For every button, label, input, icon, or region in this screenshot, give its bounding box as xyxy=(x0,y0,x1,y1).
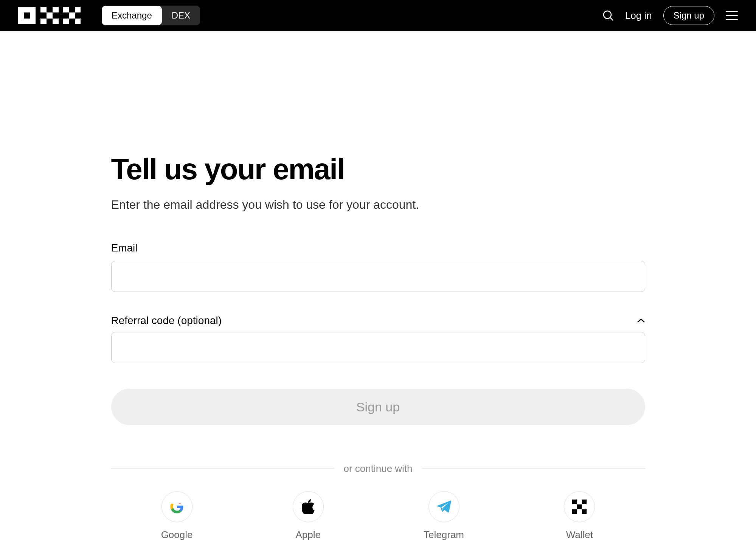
social-telegram-label: Telegram xyxy=(424,529,464,540)
svg-rect-14 xyxy=(572,500,577,504)
google-icon xyxy=(161,491,192,522)
divider: or continue with xyxy=(111,463,645,475)
svg-rect-15 xyxy=(582,500,587,504)
main-content: Tell us your email Enter the email addre… xyxy=(111,31,645,540)
svg-rect-6 xyxy=(53,19,59,24)
signup-submit-button[interactable]: Sign up xyxy=(111,389,645,425)
svg-line-13 xyxy=(610,18,613,20)
apple-icon xyxy=(293,491,324,522)
svg-rect-1 xyxy=(24,12,30,19)
svg-rect-9 xyxy=(69,12,75,19)
svg-rect-10 xyxy=(75,7,81,12)
divider-text: or continue with xyxy=(334,463,421,475)
svg-rect-4 xyxy=(47,12,53,19)
login-link[interactable]: Log in xyxy=(625,10,652,22)
referral-label: Referral code (optional) xyxy=(111,315,222,327)
logo[interactable] xyxy=(18,7,81,24)
svg-rect-2 xyxy=(40,7,47,12)
divider-line-right xyxy=(422,469,645,469)
tab-exchange[interactable]: Exchange xyxy=(102,6,162,25)
svg-rect-8 xyxy=(63,19,69,24)
divider-line-left xyxy=(111,469,335,469)
tab-switcher: Exchange DEX xyxy=(102,6,200,25)
svg-rect-17 xyxy=(572,509,577,514)
page-subtitle: Enter the email address you wish to use … xyxy=(111,198,645,212)
email-label: Email xyxy=(111,242,645,254)
telegram-icon xyxy=(428,491,459,522)
referral-input[interactable] xyxy=(111,332,645,363)
social-apple-label: Apple xyxy=(296,529,321,540)
social-apple-button[interactable]: Apple xyxy=(293,491,324,540)
social-buttons: Google Apple Telegram xyxy=(111,491,645,540)
header-right: Log in Sign up xyxy=(602,6,738,25)
social-wallet-button[interactable]: Wallet xyxy=(564,491,595,540)
chevron-up-icon xyxy=(637,318,645,323)
tab-dex[interactable]: DEX xyxy=(162,6,200,25)
referral-toggle[interactable]: Referral code (optional) xyxy=(111,315,645,327)
social-wallet-label: Wallet xyxy=(566,529,593,540)
social-google-label: Google xyxy=(161,529,193,540)
svg-rect-16 xyxy=(577,504,582,509)
svg-point-12 xyxy=(604,11,611,19)
svg-rect-3 xyxy=(40,19,47,24)
svg-rect-11 xyxy=(75,19,81,24)
svg-rect-5 xyxy=(53,7,59,12)
header: Exchange DEX Log in Sign up xyxy=(0,0,756,31)
page-title: Tell us your email xyxy=(111,152,645,186)
email-input[interactable] xyxy=(111,261,645,292)
social-telegram-button[interactable]: Telegram xyxy=(424,491,464,540)
svg-rect-7 xyxy=(63,7,69,12)
header-left: Exchange DEX xyxy=(18,6,200,25)
search-icon[interactable] xyxy=(602,10,614,21)
wallet-icon xyxy=(564,491,595,522)
svg-rect-18 xyxy=(582,509,587,514)
social-google-button[interactable]: Google xyxy=(161,491,193,540)
hamburger-menu-icon[interactable] xyxy=(726,11,738,20)
signup-header-button[interactable]: Sign up xyxy=(663,6,714,25)
